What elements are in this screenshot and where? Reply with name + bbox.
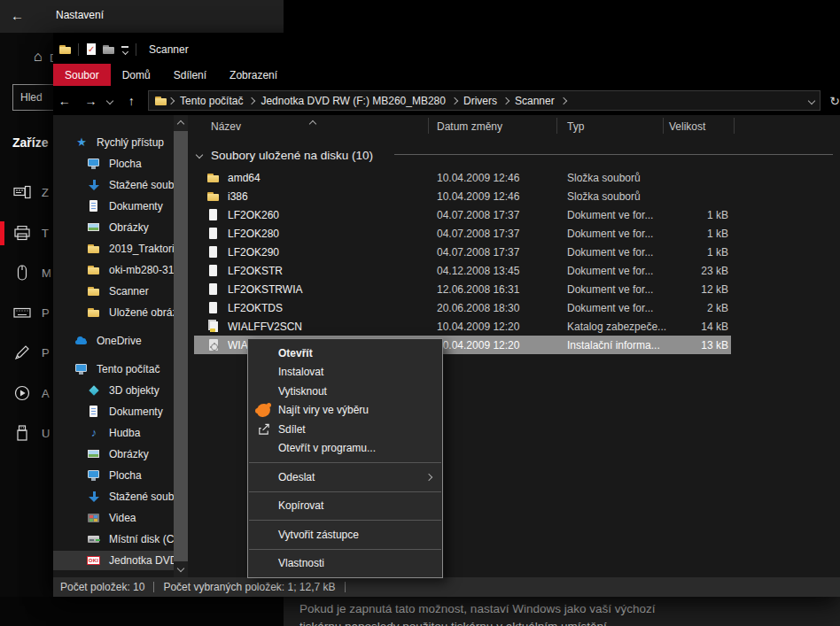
settings-nav-mouse[interactable]: M	[0, 262, 53, 283]
sidebar-item-desktop[interactable]: Plocha	[53, 466, 174, 485]
context-menu: Otevřít Instalovat Vytisknout Najít viry…	[247, 338, 443, 578]
sidebar-item-pictures[interactable]: Obrázky	[53, 444, 174, 464]
file-row[interactable]: amd6410.04.2009 12:46Složka souborů	[194, 168, 731, 187]
scroll-down-icon[interactable]	[177, 565, 184, 572]
back-icon[interactable]: ←	[11, 8, 24, 23]
sidebar-item-3d-objects[interactable]: 3D objekty	[53, 381, 174, 400]
menu-item-install[interactable]: Instalovat	[248, 363, 442, 383]
menu-item-copy[interactable]: Kopírovat	[248, 497, 442, 516]
file-row[interactable]: LF2OK26004.07.2008 17:37Dokument ve for.…	[194, 205, 731, 224]
breadcrumb-dvd-drive[interactable]: Jednotka DVD RW (F:) MB260_MB280	[254, 95, 452, 107]
file-row[interactable]: WIALFFV2SCN10.04.2009 12:20Katalog zabez…	[194, 317, 731, 336]
folder-icon	[206, 189, 221, 204]
file-row[interactable]: LF2OKTDS20.06.2008 18:30Dokument ve for.…	[194, 298, 731, 317]
new-folder-quick-button[interactable]	[102, 43, 116, 57]
properties-quick-button[interactable]: ✓	[84, 43, 98, 57]
check-icon: ✓	[88, 44, 95, 54]
nav-back-button[interactable]: ←	[53, 94, 76, 108]
status-bar: Počet položek: 10 Počet vybraných polože…	[53, 577, 840, 597]
column-name[interactable]: Název	[211, 120, 241, 133]
tab-view[interactable]: Zobrazení	[218, 64, 289, 86]
home-icon[interactable]: ⌂	[34, 49, 43, 65]
file-group-header[interactable]: Soubory uložené na disku (10)	[188, 146, 373, 164]
column-headers: Název Datum změny Typ Velikost	[188, 115, 840, 137]
menu-separator	[249, 491, 441, 492]
quick-access-star-icon: ★	[74, 135, 89, 150]
column-type[interactable]: Typ	[567, 120, 584, 133]
address-toolbar: ← → ↑ Tento počítač Jednotka DVD RW (F:)…	[53, 86, 840, 115]
menu-item-send-to[interactable]: Odeslat	[248, 468, 442, 487]
sidebar-item-documents[interactable]: Dokumenty	[53, 197, 174, 216]
recent-locations-chevron-icon[interactable]	[106, 97, 113, 104]
settings-nav-bluetooth-devices[interactable]: Z	[0, 182, 53, 203]
file-row[interactable]: LF2OK29004.07.2008 17:37Dokument ve for.…	[194, 243, 731, 261]
sidebar-item-folder[interactable]: oki-mb280-3152	[53, 260, 174, 280]
settings-nav-printers[interactable]: T	[0, 222, 53, 243]
menu-item-scan-viruses[interactable]: Najít viry ve výběru	[248, 401, 442, 421]
window-folder-icon	[58, 43, 73, 57]
customize-toolbar-dropdown-icon[interactable]	[120, 43, 130, 57]
mouse-icon	[13, 264, 31, 282]
scrollbar-thumb[interactable]	[174, 131, 188, 561]
3d-objects-icon	[87, 383, 101, 398]
settings-nav-usb[interactable]: U	[0, 422, 53, 444]
documents-icon	[87, 199, 101, 213]
tab-home[interactable]: Domů	[111, 64, 162, 86]
sidebar-item-downloads[interactable]: Stažené soub	[53, 175, 174, 195]
this-pc-icon	[74, 362, 89, 376]
nav-up-button[interactable]: ↑	[120, 94, 143, 108]
settings-nav-pen[interactable]: P	[0, 342, 53, 363]
column-size[interactable]: Velikost	[669, 120, 705, 133]
menu-item-open-with[interactable]: Otevřít v programu...	[248, 439, 442, 459]
menu-item-open[interactable]: Otevřít	[248, 344, 442, 363]
share-icon	[257, 422, 270, 436]
printer-icon	[13, 224, 31, 242]
menu-item-create-shortcut[interactable]: Vytvořit zástupce	[248, 525, 442, 545]
settings-search-input[interactable]: Hled	[12, 84, 53, 111]
settings-nav-typing[interactable]: P	[0, 302, 53, 323]
column-date[interactable]: Datum změny	[437, 120, 502, 133]
navigation-scrollbar[interactable]	[174, 115, 188, 577]
sidebar-item-music[interactable]: ♪Hudba	[53, 423, 174, 443]
settings-sidebar: ⌂ D Hled Zaříze Z T M P P A U	[0, 33, 53, 597]
sidebar-item-documents[interactable]: Dokumenty	[53, 402, 174, 421]
folder-icon	[206, 171, 221, 185]
nav-forward-button[interactable]: →	[80, 94, 103, 108]
pictures-icon	[87, 220, 101, 235]
sidebar-item-scanner[interactable]: Scanner	[53, 282, 174, 301]
sidebar-item-videos[interactable]: Videa	[53, 508, 174, 528]
breadcrumb-this-pc[interactable]: Tento počítač	[174, 95, 249, 107]
sidebar-item-dvd-drive[interactable]: OKIJednotka DVD RW	[53, 551, 174, 570]
sidebar-item-quick-access[interactable]: ★Rychlý přístup	[53, 133, 174, 152]
address-dropdown-icon[interactable]	[808, 97, 815, 104]
file-row[interactable]: LF2OKSTR04.12.2008 13:45Dokument ve for.…	[194, 261, 731, 280]
folder-icon	[87, 242, 101, 256]
sidebar-item-desktop[interactable]: Plocha	[53, 154, 174, 174]
scroll-up-icon[interactable]	[177, 120, 184, 128]
tab-file[interactable]: Soubor	[53, 64, 111, 86]
file-row[interactable]: LF2OKSTRWIA12.06.2008 16:31Dokument ve f…	[194, 280, 731, 298]
downloads-icon	[87, 178, 101, 192]
file-row[interactable]: LF2OK28004.07.2008 17:37Dokument ve for.…	[194, 224, 731, 243]
sidebar-item-local-disk[interactable]: Místní disk (C:)	[53, 529, 174, 549]
explorer-titlebar: ✓ Scanner	[53, 35, 840, 64]
breadcrumb-scanner[interactable]: Scanner	[509, 95, 561, 107]
sidebar-item-onedrive[interactable]: OneDrive	[53, 331, 174, 351]
settings-nav-autoplay[interactable]: A	[0, 383, 53, 404]
group-divider	[394, 154, 833, 155]
tab-share[interactable]: Sdílení	[162, 64, 218, 86]
menu-item-properties[interactable]: Vlastnosti	[248, 554, 442, 574]
sidebar-item-downloads[interactable]: Stažené soubory	[53, 487, 174, 506]
breadcrumb-drivers[interactable]: Drivers	[457, 95, 503, 107]
refresh-icon[interactable]: ↻	[829, 94, 840, 108]
sidebar-item-this-pc[interactable]: Tento počítač	[53, 359, 174, 379]
file-row[interactable]: i38610.04.2009 12:46Složka souborů	[194, 187, 731, 205]
sidebar-item-pictures[interactable]: Obrázky	[53, 218, 174, 237]
sidebar-item-saved-pictures[interactable]: Uložené obrázky	[53, 303, 174, 322]
sidebar-item-folder[interactable]: 2019_Traktoriáda	[53, 239, 174, 259]
menu-item-print[interactable]: Vytisknout	[248, 382, 442, 401]
address-bar[interactable]: Tento počítač Jednotka DVD RW (F:) MB260…	[148, 90, 821, 111]
avast-icon	[257, 404, 270, 417]
document-icon	[206, 245, 221, 259]
menu-item-share[interactable]: Sdílet	[248, 420, 442, 439]
